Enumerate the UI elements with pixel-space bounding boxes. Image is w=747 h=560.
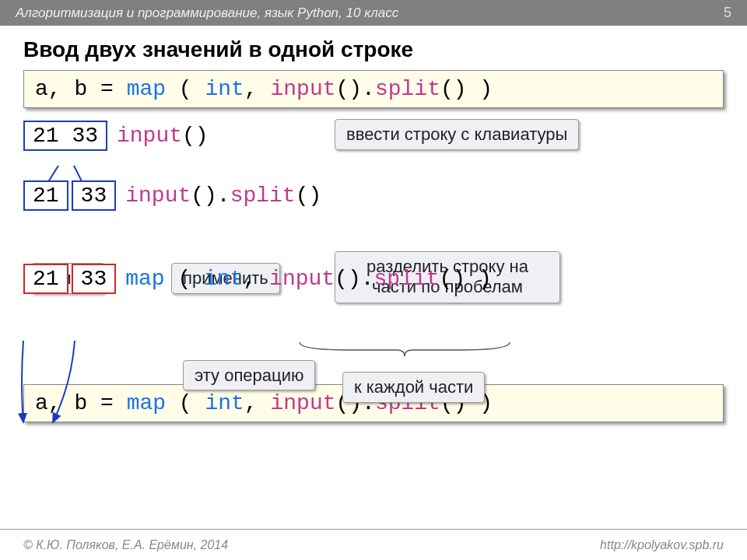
page-number: 5 [724,5,731,21]
code-text: ( [166,391,205,415]
code-text: ( [166,77,205,101]
code-text: () ) [440,267,492,291]
code-text: () [296,184,322,208]
kw-input: input [117,124,182,148]
split-box-2: 33 [72,180,117,211]
code-block-top: a, b = map ( int, input().split() ) [23,70,724,108]
kw-input: input [125,184,191,208]
kw-map: map [127,77,166,101]
slide-title: Ввод двух значений в одной строке [23,37,724,62]
kw-int: int [205,391,244,415]
code-inline: input().split() [125,184,321,208]
kw-map: map [127,391,166,415]
code-text: () ) [440,77,493,101]
brace-icon [296,341,514,360]
split-box-1: 21 [23,180,68,211]
step-row-2: 21 33 input().split() [23,179,724,212]
code-text: ( [165,267,204,291]
footer-url: http://kpolyakov.spb.ru [600,538,724,552]
kw-map: map [125,267,164,291]
code-text: , [244,77,271,101]
slide-footer: © К.Ю. Поляков, Е.А. Ерёмин, 2014 http:/… [0,529,747,560]
callout-operation: эту операцию [183,360,315,390]
code-text: a, b = [35,391,127,415]
kw-input: input [269,267,335,291]
callout-input: ввести строку с клавиатуры [335,119,579,150]
slide-header: Алгоритмизация и программирование, язык … [0,0,747,26]
code-text: , [243,267,269,291]
callout-text: эту операцию [195,366,303,385]
code-text: a, b = [35,77,127,101]
code-text: (). [191,184,230,208]
code-inline: map ( int, input().split() ) [125,267,492,291]
kw-int: int [205,77,244,101]
slide-content: Ввод двух значений в одной строке a, b =… [0,26,747,422]
int-box-2: 33 [72,264,117,294]
input-box-combined: 21 33 [23,121,107,151]
kw-split: split [375,77,440,101]
code-inline: input() [117,124,209,148]
callout-each-part: к каждой части [342,372,485,403]
kw-split: split [374,267,440,291]
code-text: () [182,124,209,148]
step-row-3: 21 33 map ( int, input().split() ) [23,262,724,295]
copyright-text: © К.Ю. Поляков, Е.А. Ерёмин, 2014 [23,538,228,552]
kw-int: int [204,267,243,291]
step-row-1: 21 33 input() ввести строку с клавиатуры [23,119,724,152]
code-text: , [244,391,271,415]
int-box-1: 21 [23,264,68,294]
code-text: (). [335,267,374,291]
kw-input: input [271,391,336,415]
subject-text: Алгоритмизация и программирование, язык … [16,5,398,21]
kw-split: split [230,184,296,208]
code-text: (). [336,77,375,101]
kw-input: input [271,77,336,101]
